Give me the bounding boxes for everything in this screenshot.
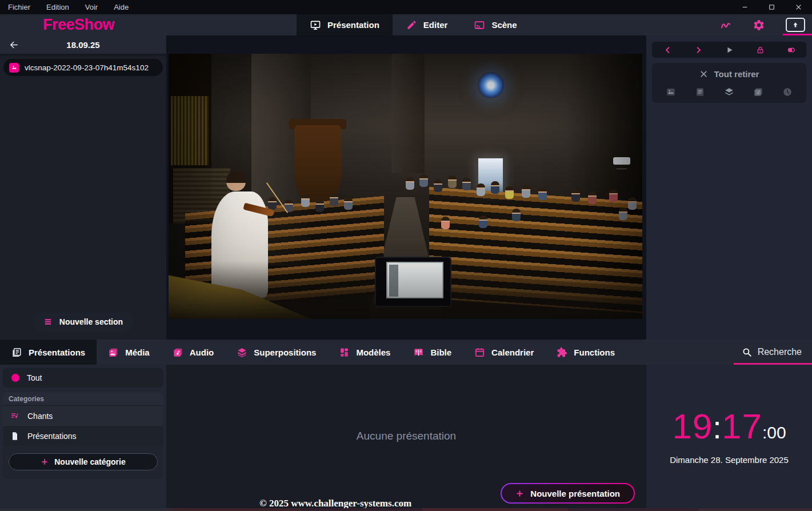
calendar-icon — [474, 347, 485, 358]
maximize-icon — [768, 3, 775, 11]
drawer-tab-label: Audio — [190, 348, 214, 357]
back-icon — [9, 40, 19, 50]
presentations-content: Aucune présentation © 2025 www.challenge… — [166, 365, 646, 511]
drawer-tab-bible[interactable]: Bible — [402, 340, 463, 365]
tab-scene-label: Scène — [491, 20, 517, 30]
text-icon[interactable] — [695, 87, 705, 97]
category-all[interactable]: Tout — [3, 368, 163, 388]
clear-type-icons — [657, 87, 802, 97]
main-region: 18.09.25 vlcsnap-2022-09-23-07h41m54s102… — [0, 35, 812, 340]
category-presentations[interactable]: Présentations — [3, 426, 163, 446]
drawer-tab-superpositions[interactable]: Superpositions — [225, 340, 327, 365]
plus-icon — [41, 458, 49, 466]
tab-editer[interactable]: Editer — [393, 14, 461, 35]
output-active-indicator — [783, 34, 812, 35]
search-input[interactable]: Recherche — [734, 340, 812, 365]
music-icon[interactable] — [753, 87, 763, 97]
media-icon[interactable] — [666, 87, 676, 97]
menu-icon — [43, 317, 53, 326]
clock-hours: 19 — [672, 406, 713, 446]
new-category-wrap: Nouvelle catégorie — [3, 446, 163, 478]
layers-icon[interactable] — [724, 87, 734, 97]
tab-presentation-label: Présentation — [327, 20, 379, 30]
output-icon — [791, 21, 799, 29]
video-preview[interactable] — [169, 54, 642, 319]
plus-icon — [515, 489, 524, 498]
clock-minutes: 17 — [722, 406, 762, 446]
chevron-right-icon[interactable] — [694, 46, 703, 54]
search-icon — [742, 347, 752, 357]
main-tabs: Présentation Editer Scène — [297, 14, 530, 35]
draw-icon[interactable] — [719, 19, 732, 31]
stage-icon — [474, 19, 485, 31]
drawer-tab-modeles[interactable]: Modèles — [327, 340, 402, 365]
play-icon[interactable] — [725, 46, 734, 54]
project-date: 18.09.25 — [66, 40, 99, 50]
project-header: 18.09.25 — [0, 35, 166, 54]
menu-voir[interactable]: Voir — [77, 0, 106, 14]
app-logo: FreeShow — [43, 14, 114, 35]
new-presentation-button[interactable]: Nouvelle présentation — [501, 483, 635, 504]
menu-edition[interactable]: Edition — [38, 0, 77, 14]
clock-colon: : — [713, 409, 722, 445]
document-icon — [10, 432, 19, 441]
bottom-strip[interactable] — [0, 508, 812, 511]
titlebar: Fichier Edition Voir Aide — [0, 0, 812, 14]
clock-icon[interactable] — [782, 87, 793, 97]
drawer-region: Tout Categories Chants Présentations Nou… — [0, 365, 812, 511]
tab-editer-label: Editer — [423, 20, 448, 30]
project-item[interactable]: vlcsnap-2022-09-23-07h41m54s102 — [3, 59, 163, 76]
maximize-button[interactable] — [758, 0, 785, 14]
project-panel: 18.09.25 vlcsnap-2022-09-23-07h41m54s102… — [0, 35, 166, 340]
puzzle-icon — [557, 347, 567, 358]
drawer-tab-calendrier[interactable]: Calendrier — [463, 340, 545, 365]
back-button[interactable] — [5, 35, 23, 54]
edit-icon — [406, 19, 417, 31]
image-icon — [9, 63, 19, 73]
tab-presentation[interactable]: Présentation — [297, 14, 393, 35]
empty-state-label: Aucune présentation — [166, 430, 646, 442]
drawer-tab-functions[interactable]: Functions — [545, 340, 626, 365]
close-icon — [795, 3, 802, 11]
templates-icon — [339, 347, 350, 358]
header: FreeShow Présentation Editer Scène — [0, 14, 812, 35]
category-presentations-label: Présentations — [27, 432, 77, 441]
drawer-tab-presentations[interactable]: Présentations — [0, 340, 97, 365]
toggle-icon[interactable] — [787, 46, 795, 54]
settings-icon[interactable] — [753, 19, 765, 31]
output-button[interactable] — [786, 18, 805, 32]
tab-scene[interactable]: Scène — [461, 14, 530, 35]
category-chants[interactable]: Chants — [3, 406, 163, 426]
media-stack-icon — [108, 347, 119, 358]
preview-panel[interactable] — [166, 35, 646, 340]
output-nav — [652, 42, 806, 58]
search-label: Recherche — [758, 347, 802, 357]
category-chants-label: Chants — [27, 412, 53, 421]
new-presentation-inner: Nouvelle présentation — [502, 484, 634, 502]
freeshow-window: Fichier Edition Voir Aide FreeShow Prése… — [0, 0, 812, 511]
menu-fichier[interactable]: Fichier — [0, 0, 38, 14]
chevron-left-icon[interactable] — [663, 46, 672, 54]
circle-icon — [11, 374, 19, 382]
clear-icon — [699, 70, 708, 78]
new-category-button[interactable]: Nouvelle catégorie — [9, 453, 158, 470]
clock-seconds: :00 — [762, 423, 786, 442]
new-category-label: Nouvelle catégorie — [54, 457, 126, 466]
overlays-icon — [237, 347, 247, 358]
window-controls — [731, 0, 812, 14]
drawer-tab-label: Superpositions — [254, 348, 316, 357]
menu-aide[interactable]: Aide — [106, 0, 137, 14]
category-all-label: Tout — [27, 373, 42, 382]
drawer-tab-label: Functions — [574, 348, 615, 357]
drawer-tab-audio[interactable]: Audio — [161, 340, 226, 365]
clear-all-button[interactable]: Tout retirer — [657, 69, 802, 79]
drawer-tab-media[interactable]: Média — [97, 340, 161, 365]
lock-icon[interactable] — [756, 46, 765, 54]
clock-panel: 19:17:00 Dimanche 28. Septembre 2025 — [646, 365, 812, 511]
drawer-tab-label: Modèles — [356, 348, 390, 357]
drawer-tab-bar: Présentations Média Audio Superpositions… — [0, 340, 812, 365]
close-button[interactable] — [785, 0, 812, 14]
new-section-button[interactable]: Nouvelle section — [33, 312, 134, 332]
drawer-tab-label: Calendrier — [491, 348, 534, 357]
minimize-button[interactable] — [731, 0, 758, 14]
